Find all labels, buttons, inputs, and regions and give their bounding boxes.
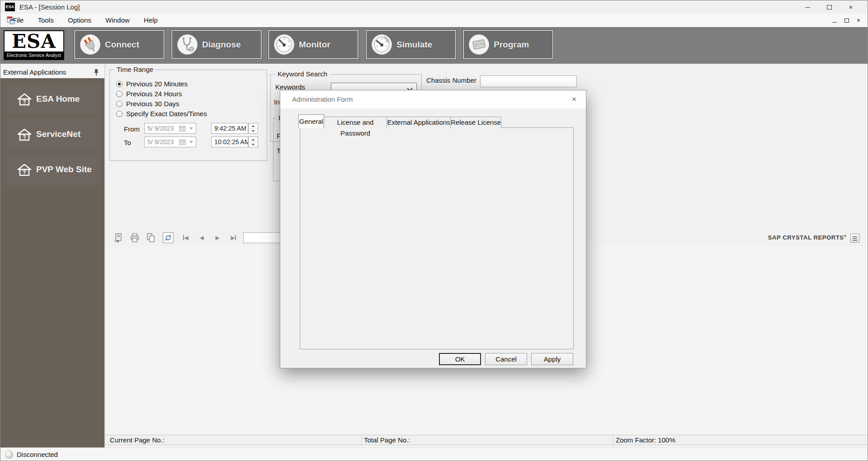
export-icon[interactable] xyxy=(113,232,124,243)
ok-button[interactable]: OK xyxy=(439,353,481,365)
close-button[interactable]: × xyxy=(840,0,861,14)
first-page-button[interactable]: ◀ xyxy=(180,233,192,242)
simulate-button[interactable]: Simulate xyxy=(366,30,456,59)
statusbar: Disconnected xyxy=(0,447,868,461)
restore-button[interactable] xyxy=(819,0,840,14)
svg-text:?: ? xyxy=(23,99,26,105)
program-label: Program xyxy=(494,31,529,58)
dialog-titlebar: Administration Form × xyxy=(280,90,586,108)
apply-button[interactable]: Apply xyxy=(531,353,573,365)
current-page-label: Current Page No.: xyxy=(110,436,165,444)
crystal-reports-brand: SAP CRYSTAL REPORTS® xyxy=(768,234,847,241)
spinner-down-icon[interactable] xyxy=(249,128,258,133)
copy-icon[interactable] xyxy=(146,232,156,243)
radio-previous-20-minutes[interactable] xyxy=(116,81,123,87)
radio-label: Specify Exact Dates/Times xyxy=(126,110,207,118)
tab-release-license[interactable]: Release License xyxy=(450,117,501,128)
minimize-button[interactable] xyxy=(797,0,818,14)
bar-icon xyxy=(235,235,236,240)
connect-button[interactable]: Connect xyxy=(74,30,165,59)
diagnose-button[interactable]: Diagnose xyxy=(171,30,262,59)
to-date-field[interactable]: 5/ 9/2023 xyxy=(144,136,196,147)
restore-icon xyxy=(827,5,832,9)
mdi-restore-icon xyxy=(844,19,849,23)
last-page-button[interactable]: ▶ xyxy=(227,233,239,242)
from-time-spinner xyxy=(248,123,258,134)
to-time-field[interactable]: 10:02:25 AM xyxy=(211,136,248,147)
menu-window[interactable]: Window xyxy=(105,14,129,27)
tab-external-applications[interactable]: External Applications xyxy=(387,117,451,128)
dialog-title: Administration Form xyxy=(292,90,353,108)
toolbar-toggle-button[interactable] xyxy=(850,234,859,243)
dialog-close-button[interactable]: × xyxy=(569,94,580,105)
next-page-button[interactable]: ▶ xyxy=(212,233,223,242)
menu-help[interactable]: Help xyxy=(144,14,158,27)
sidebar-item-pvp-web-site[interactable]: ? PVP Web Site xyxy=(5,154,100,185)
radio-specify-exact-dates[interactable] xyxy=(116,111,123,117)
titlebar: ESA ESA - [Session Log] × xyxy=(0,0,868,14)
svg-text:?: ? xyxy=(23,134,26,141)
sidebar-item-esa-home[interactable]: ? ESA Home xyxy=(5,83,100,115)
zoom-factor-label: Zoom Factor: 100% xyxy=(616,436,675,444)
close-icon: × xyxy=(849,3,853,11)
home-icon: ? xyxy=(17,93,32,108)
svg-text:?: ? xyxy=(23,169,26,176)
home-icon: ? xyxy=(17,128,32,143)
external-applications-panel: ? ESA Home ? ServiceNet xyxy=(0,78,104,447)
chevron-down-icon xyxy=(189,141,193,143)
mdi-close-button[interactable]: × xyxy=(857,17,860,24)
simulate-label: Simulate xyxy=(396,31,432,58)
app-window: ESA ESA - [Session Log] × File Tools Opt… xyxy=(0,0,868,461)
diagnose-label: Diagnose xyxy=(202,31,241,58)
ok-label: OK xyxy=(455,355,465,363)
to-time-value: 10:02:25 AM xyxy=(214,138,248,146)
time-range-group: Time Range Previous 20 Minutes Previous … xyxy=(109,70,267,161)
radio-previous-30-days[interactable] xyxy=(116,101,123,107)
minimize-icon xyxy=(805,7,810,8)
connect-label: Connect xyxy=(105,31,139,58)
mdi-restore-button[interactable] xyxy=(844,16,849,24)
to-time-spinner xyxy=(248,136,258,147)
radio-previous-24-hours[interactable] xyxy=(116,91,123,97)
radio-label: Previous 24 Hours xyxy=(126,90,182,98)
menubar: File Tools Options Window Help × xyxy=(0,14,868,28)
esa-logo-subtitle: Electronic Service Analyst xyxy=(5,52,63,59)
window-title: ESA - [Session Log] xyxy=(19,0,80,14)
sidebar-header: External Applications xyxy=(0,66,104,79)
esa-logo: ESA Electronic Service Analyst xyxy=(4,30,64,60)
esa-logo-text: ESA xyxy=(5,31,63,52)
pagebar-separator xyxy=(613,435,613,445)
mdi-minimize-button[interactable] xyxy=(832,16,837,24)
from-date-field[interactable]: 5/ 9/2023 xyxy=(144,123,196,134)
connection-status-icon xyxy=(5,451,13,459)
refresh-icon[interactable] xyxy=(163,232,174,243)
from-time-value: 9:42:25 AM xyxy=(214,125,246,132)
sidebar-item-label: ESA Home xyxy=(36,84,80,114)
pagebar-separator xyxy=(361,435,362,445)
sidebar-item-servicenet[interactable]: ? ServiceNet xyxy=(5,118,100,150)
cancel-button[interactable]: Cancel xyxy=(485,353,527,365)
program-button[interactable]: Program xyxy=(463,30,553,59)
chassis-number-input[interactable] xyxy=(480,75,577,87)
radio-label: Previous 20 Minutes xyxy=(126,80,188,88)
menu-options[interactable]: Options xyxy=(68,14,91,27)
last-page-icon: ▶ xyxy=(231,235,235,241)
monitor-button[interactable]: Monitor xyxy=(268,30,359,59)
from-time-field[interactable]: 9:42:25 AM xyxy=(211,123,248,134)
tab-general[interactable]: General xyxy=(298,114,324,128)
chassis-number-label: Chassis Number xyxy=(426,76,476,84)
gauge-icon xyxy=(371,34,392,55)
previous-page-button[interactable]: ◀ xyxy=(196,233,208,242)
sidebar-header-label: External Applications xyxy=(3,66,66,78)
app-icon: ESA xyxy=(5,3,15,11)
sidebar-item-label: PVP Web Site xyxy=(36,154,92,185)
tab-license-and-password[interactable]: License and Password xyxy=(324,117,387,128)
print-icon[interactable] xyxy=(129,232,140,243)
menu-tools[interactable]: Tools xyxy=(38,14,54,27)
brand-text: SAP CRYSTAL REPORTS xyxy=(768,234,844,241)
first-page-icon: ◀ xyxy=(184,235,188,241)
pin-icon[interactable] xyxy=(92,68,100,76)
in-label: In xyxy=(274,98,280,106)
mdi-child-icon xyxy=(6,16,15,25)
spinner-down-icon[interactable] xyxy=(249,142,258,147)
